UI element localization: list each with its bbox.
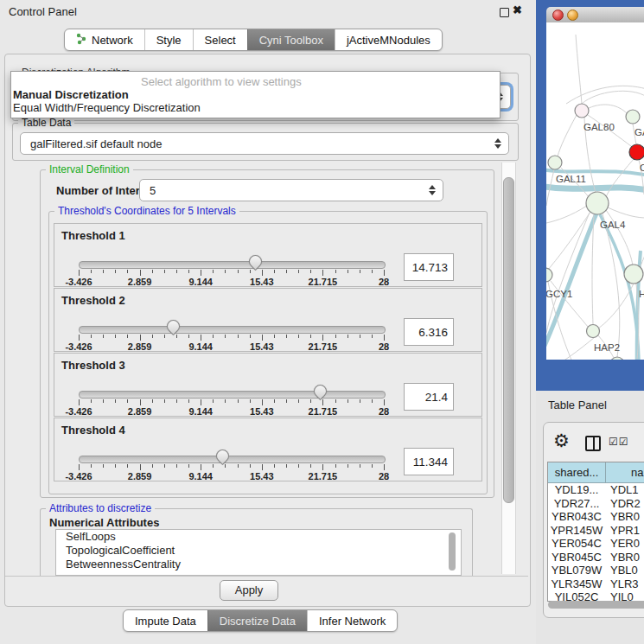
apply-button[interactable]: Apply [220,580,278,601]
threshold-slider-track[interactable] [79,391,386,399]
tab-infer-network[interactable]: Infer Network [307,610,397,631]
slider-tick [79,335,80,341]
network-edge[interactable] [589,105,627,113]
network-node[interactable] [586,192,609,214]
slider-tick [274,270,275,273]
tab-discretize-data[interactable]: Discretize Data [207,610,307,631]
table-row[interactable]: YDR27...YDR2 [548,497,644,511]
table-row[interactable]: YLR345WYLR3 [548,577,644,591]
network-node[interactable] [548,156,562,169]
select-columns-icons[interactable]: ☑☑ [609,436,629,448]
tab-network[interactable]: Network [65,29,144,50]
slider-scale-label: -3.426 [65,277,92,287]
slider-tick [262,270,263,276]
network-window-titlebar[interactable] [546,7,644,23]
gear-icon[interactable]: ⚙ [553,430,570,451]
network-node[interactable] [575,104,589,118]
table-row[interactable]: YPR145WYPR1 [548,524,644,538]
network-edge[interactable] [576,35,582,104]
slider-tick [348,464,348,468]
panel-scrollbar-thumb[interactable] [503,177,514,503]
slider-scale-label: 15.43 [250,471,274,481]
attribute-item[interactable]: TopologicalCoefficient [56,544,461,558]
table-row[interactable]: YBL079WYBL0 [548,564,644,577]
close-icon[interactable]: ✖ [513,3,522,16]
tab-cyni-toolbox[interactable]: Cyni Toolbox [247,29,335,50]
network-edge[interactable] [582,91,644,104]
network-node[interactable] [610,357,624,360]
slider-tick [115,270,116,273]
table-row[interactable]: YBR043CYBR0 [548,510,644,524]
network-edge[interactable] [548,337,595,360]
slider-tick [274,399,275,403]
slider-tick [250,464,251,468]
network-edge[interactable] [546,206,587,223]
network-edge[interactable] [592,214,594,324]
numerical-attributes-list[interactable]: SelfLoopsTopologicalCoefficientBetweenne… [55,529,462,576]
slider-tick [213,270,214,273]
node-table[interactable]: shared...naYDL19...YDL1YDR27...YDR2YBR04… [547,462,644,602]
table-horizontal-scrollbar[interactable] [548,601,644,609]
table-row[interactable]: YER054CYER0 [548,537,644,551]
algorithm-hint-item[interactable]: Select algorithm to view settings [141,75,302,88]
slider-tick [213,335,214,338]
threshold-box: Threshold 1-3.4262.8599.14415.4321.71528… [54,223,482,287]
slider-tick [322,464,323,470]
table-data-combo[interactable]: galFiltered.sif default node [20,132,509,155]
attribute-item[interactable]: SelfLoops [56,530,461,544]
slider-tick [201,464,201,470]
slider-scale-label: 2.859 [128,277,152,287]
zoom-traffic-icon[interactable] [582,10,591,19]
threshold-box: Threshold 2-3.4262.8599.14415.4321.71528… [54,288,482,352]
network-node[interactable] [587,325,600,338]
table-row[interactable]: YBR045CYBR0 [548,551,644,564]
threshold-value-field[interactable]: 6.316 [404,318,454,346]
table-cell: YPR1 [605,524,644,538]
table-row[interactable]: YDL19...YDL1 [548,483,644,497]
close-traffic-icon[interactable] [552,10,564,21]
algorithm-option[interactable]: Manual Discretization [13,88,129,101]
slider-tick [360,270,360,273]
slider-tick [322,270,323,276]
network-edge[interactable] [566,86,644,104]
float-window-icon[interactable] [500,8,509,17]
slider-tick [164,270,165,273]
column-header[interactable]: shared... [548,462,606,482]
tab-impute-data[interactable]: Impute Data [124,610,207,631]
num-intervals-combo[interactable]: 5 [139,179,443,201]
threshold-value-field[interactable]: 14.713 [404,253,454,281]
network-node[interactable] [626,110,640,124]
threshold-value-field[interactable]: 11.344 [404,448,454,475]
network-node[interactable] [629,144,644,160]
table-header-row: shared...na [548,462,644,483]
network-edge[interactable] [608,207,644,218]
tab-select[interactable]: Select [193,29,247,50]
slider-scale-label: -3.426 [65,406,92,417]
tab-jactivemnodules[interactable]: jActiveMNodules [335,29,442,50]
network-edge[interactable] [606,159,634,197]
column-header[interactable]: na [606,462,644,482]
attribute-item[interactable]: BetweennessCentrality [56,558,461,571]
minimize-traffic-icon[interactable] [567,10,578,21]
threshold-slider-track[interactable] [79,326,386,334]
network-canvas[interactable]: GAL80GACGAL11GAL4GCY1HHAP2 [546,22,644,360]
slider-tick [262,464,263,470]
network-edge[interactable] [598,284,634,328]
slider-tick [79,399,80,405]
threshold-value-field[interactable]: 21.4 [404,383,454,411]
threshold-slider-track[interactable] [79,456,386,463]
threshold-value: 14.713 [412,261,448,274]
algorithm-option[interactable]: Equal Width/Frequency Discretization [13,101,201,114]
network-edge[interactable] [558,115,577,156]
network-graph[interactable]: GAL80GACGAL11GAL4GCY1HHAP2 [546,22,644,360]
network-edge[interactable] [546,213,590,333]
attributes-list-scrollbar[interactable] [449,532,456,571]
network-edge-teal[interactable] [546,185,644,190]
split-columns-icon[interactable] [585,436,601,451]
slider-tick [335,335,336,338]
network-node[interactable] [624,265,643,284]
tab-style[interactable]: Style [144,29,193,50]
network-node[interactable] [546,268,552,282]
network-node-label: GCY1 [546,289,572,299]
threshold-slider-track[interactable] [79,261,386,269]
